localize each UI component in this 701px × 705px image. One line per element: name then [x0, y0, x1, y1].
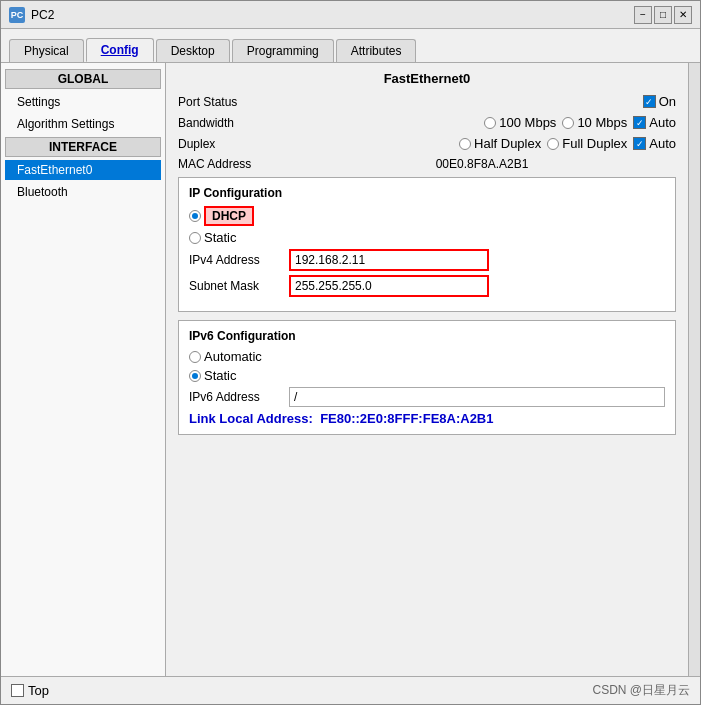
duplex-half-item: Half Duplex [459, 136, 541, 151]
bandwidth-10-label: 10 Mbps [577, 115, 627, 130]
ipv6-addr-input[interactable] [289, 387, 665, 407]
duplex-full-item: Full Duplex [547, 136, 627, 151]
bandwidth-controls: 100 Mbps 10 Mbps ✓ Auto [288, 115, 676, 130]
watermark: CSDN @日星月云 [592, 682, 690, 699]
mac-row: MAC Address 00E0.8F8A.A2B1 [178, 157, 676, 171]
window-icon: PC [9, 7, 25, 23]
content-area: GLOBAL Settings Algorithm Settings INTER… [1, 63, 700, 676]
main-content: FastEthernet0 Port Status ✓ On Bandwidth [166, 63, 688, 676]
sidebar-global-section: GLOBAL [5, 69, 161, 89]
ipv4-label: IPv4 Address [189, 253, 289, 267]
mac-label: MAC Address [178, 157, 288, 171]
ipv4-row: IPv4 Address [189, 249, 665, 271]
title-bar: PC PC2 − □ ✕ [1, 1, 700, 29]
ipv6-auto-item: Automatic [189, 349, 262, 364]
port-status-on-label: On [659, 94, 676, 109]
subnet-input[interactable] [289, 275, 489, 297]
mac-value: 00E0.8F8A.A2B1 [436, 157, 529, 171]
ip-config-title: IP Configuration [189, 186, 665, 200]
bandwidth-100-radio[interactable] [484, 117, 496, 129]
dhcp-row: DHCP [189, 206, 665, 226]
ipv6-addr-label: IPv6 Address [189, 390, 289, 404]
port-status-controls: ✓ On [288, 94, 676, 109]
bandwidth-label: Bandwidth [178, 116, 288, 130]
top-checkbox-container: Top [11, 683, 49, 698]
duplex-label: Duplex [178, 137, 288, 151]
subnet-row: Subnet Mask [189, 275, 665, 297]
bandwidth-auto-label: Auto [649, 115, 676, 130]
bottom-bar: Top CSDN @日星月云 [1, 676, 700, 704]
title-bar-controls: − □ ✕ [634, 6, 692, 24]
static-label: Static [204, 230, 237, 245]
sidebar-item-settings[interactable]: Settings [5, 92, 161, 112]
dhcp-label: DHCP [204, 206, 254, 226]
duplex-row: Duplex Half Duplex Full Duplex ✓ Auto [178, 136, 676, 151]
port-status-checkbox-item: ✓ On [643, 94, 676, 109]
sidebar-item-bluetooth[interactable]: Bluetooth [5, 182, 161, 202]
duplex-full-radio[interactable] [547, 138, 559, 150]
bandwidth-10-item: 10 Mbps [562, 115, 627, 130]
duplex-auto-item: ✓ Auto [633, 136, 676, 151]
bandwidth-100-label: 100 Mbps [499, 115, 556, 130]
ipv6-static-row: Static [189, 368, 665, 383]
window-title: PC2 [31, 8, 54, 22]
port-status-label: Port Status [178, 95, 288, 109]
sidebar-item-algorithm-settings[interactable]: Algorithm Settings [5, 114, 161, 134]
title-bar-left: PC PC2 [9, 7, 54, 23]
link-local-value: FE80::2E0:8FFF:FE8A:A2B1 [320, 411, 493, 426]
section-title: FastEthernet0 [178, 71, 676, 86]
duplex-auto-label: Auto [649, 136, 676, 151]
port-status-checkbox[interactable]: ✓ [643, 95, 656, 108]
maximize-button[interactable]: □ [654, 6, 672, 24]
static-row: Static [189, 230, 665, 245]
ipv6-addr-row: IPv6 Address [189, 387, 665, 407]
subnet-label: Subnet Mask [189, 279, 289, 293]
sidebar-interface-section: INTERFACE [5, 137, 161, 157]
ipv6-static-radio[interactable] [189, 370, 201, 382]
top-label: Top [28, 683, 49, 698]
duplex-full-label: Full Duplex [562, 136, 627, 151]
ipv6-static-label: Static [204, 368, 237, 383]
tab-physical[interactable]: Physical [9, 39, 84, 62]
minimize-button[interactable]: − [634, 6, 652, 24]
tab-desktop[interactable]: Desktop [156, 39, 230, 62]
static-item: Static [189, 230, 237, 245]
tab-attributes[interactable]: Attributes [336, 39, 417, 62]
link-local-row: Link Local Address: FE80::2E0:8FFF:FE8A:… [189, 411, 665, 426]
ipv4-input[interactable] [289, 249, 489, 271]
main-window: PC PC2 − □ ✕ Physical Config Desktop Pro… [0, 0, 701, 705]
duplex-half-radio[interactable] [459, 138, 471, 150]
scrollbar[interactable] [688, 63, 700, 676]
tab-programming[interactable]: Programming [232, 39, 334, 62]
top-checkbox[interactable] [11, 684, 24, 697]
dhcp-radio[interactable] [189, 210, 201, 222]
sidebar: GLOBAL Settings Algorithm Settings INTER… [1, 63, 166, 676]
ipv6-static-item: Static [189, 368, 237, 383]
tab-config[interactable]: Config [86, 38, 154, 62]
duplex-controls: Half Duplex Full Duplex ✓ Auto [288, 136, 676, 151]
ip-config-box: IP Configuration DHCP Static [178, 177, 676, 312]
dhcp-item: DHCP [189, 206, 254, 226]
port-status-row: Port Status ✓ On [178, 94, 676, 109]
bandwidth-100-item: 100 Mbps [484, 115, 556, 130]
close-button[interactable]: ✕ [674, 6, 692, 24]
sidebar-item-fastethernet0[interactable]: FastEthernet0 [5, 160, 161, 180]
ipv6-auto-row: Automatic [189, 349, 665, 364]
static-radio[interactable] [189, 232, 201, 244]
bandwidth-auto-item: ✓ Auto [633, 115, 676, 130]
bandwidth-row: Bandwidth 100 Mbps 10 Mbps ✓ Auto [178, 115, 676, 130]
mac-controls: 00E0.8F8A.A2B1 [288, 157, 676, 171]
ipv6-config-box: IPv6 Configuration Automatic Static [178, 320, 676, 435]
ipv6-config-title: IPv6 Configuration [189, 329, 665, 343]
duplex-half-label: Half Duplex [474, 136, 541, 151]
link-local-label: Link Local Address: [189, 411, 313, 426]
tab-bar: Physical Config Desktop Programming Attr… [1, 29, 700, 63]
bandwidth-auto-checkbox[interactable]: ✓ [633, 116, 646, 129]
ipv6-auto-radio[interactable] [189, 351, 201, 363]
ipv6-auto-label: Automatic [204, 349, 262, 364]
bandwidth-10-radio[interactable] [562, 117, 574, 129]
duplex-auto-checkbox[interactable]: ✓ [633, 137, 646, 150]
